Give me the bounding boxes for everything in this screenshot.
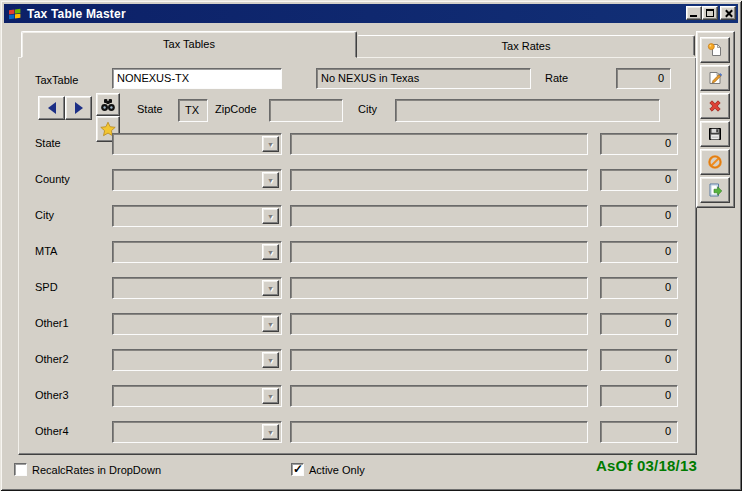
arrow-left-icon xyxy=(48,102,56,114)
row-description-field xyxy=(290,313,588,335)
row-description-field xyxy=(290,277,588,299)
row-label: SPD xyxy=(35,281,58,293)
delete-button[interactable] xyxy=(700,93,730,119)
taxtable-label: TaxTable xyxy=(35,74,78,86)
row-rate-field: 0 xyxy=(600,313,678,335)
recalc-rates-label: RecalcRates in DropDown xyxy=(32,464,161,476)
rate-field: 0 xyxy=(616,68,671,89)
row-description-field xyxy=(290,133,588,155)
window-title: Tax Table Master xyxy=(27,7,126,21)
row-label: County xyxy=(35,173,70,185)
state-input[interactable]: TX xyxy=(178,99,208,122)
row-label: State xyxy=(35,137,61,149)
row-description-field xyxy=(290,205,588,227)
row-rate-field: 0 xyxy=(600,241,678,263)
active-only-label: Active Only xyxy=(309,464,365,476)
row-description-field xyxy=(290,349,588,371)
row-dropdown[interactable] xyxy=(112,133,282,155)
active-only-checkbox[interactable] xyxy=(291,463,304,476)
row-description-field xyxy=(290,421,588,443)
row-dropdown[interactable] xyxy=(112,421,282,443)
maximize-button[interactable] xyxy=(702,6,718,20)
row-rate-field: 0 xyxy=(600,385,678,407)
chevron-down-icon[interactable] xyxy=(262,244,279,260)
city-input[interactable] xyxy=(395,99,660,122)
row-rate-field: 0 xyxy=(600,277,678,299)
chevron-down-icon[interactable] xyxy=(262,388,279,404)
title-bar[interactable]: Tax Table Master xyxy=(4,4,738,23)
row-label: Other4 xyxy=(35,425,69,437)
minimize-icon xyxy=(690,15,697,17)
row-dropdown[interactable] xyxy=(112,349,282,371)
save-button[interactable] xyxy=(700,121,730,147)
chevron-down-icon[interactable] xyxy=(262,424,279,440)
row-rate-field: 0 xyxy=(600,169,678,191)
taxtable-input[interactable]: NONEXUS-TX xyxy=(112,68,282,89)
row-label: Other3 xyxy=(35,389,69,401)
row-description-field xyxy=(290,385,588,407)
row-label: Other2 xyxy=(35,353,69,365)
cancel-button[interactable] xyxy=(700,149,730,175)
tab-tax-rates[interactable]: Tax Rates xyxy=(357,35,695,56)
exit-button[interactable] xyxy=(700,177,730,203)
row-label: City xyxy=(35,209,54,221)
row-label: Other1 xyxy=(35,317,69,329)
row-dropdown[interactable] xyxy=(112,241,282,263)
chevron-down-icon[interactable] xyxy=(262,280,279,296)
row-rate-field: 0 xyxy=(600,349,678,371)
row-dropdown[interactable] xyxy=(112,277,282,299)
row-description-field xyxy=(290,241,588,263)
row-rate-field: 0 xyxy=(600,133,678,155)
maximize-icon xyxy=(706,9,714,17)
tax-table-master-window: Tax Table Master Tax Tables Tax Rates Ta… xyxy=(0,0,742,491)
chevron-down-icon[interactable] xyxy=(262,136,279,152)
close-button[interactable] xyxy=(720,6,736,20)
next-record-button[interactable] xyxy=(65,96,92,120)
description-field: No NEXUS in Texas xyxy=(316,68,531,89)
row-dropdown[interactable] xyxy=(112,205,282,227)
edit-icon xyxy=(707,70,723,86)
row-rate-field: 0 xyxy=(600,421,678,443)
new-record-icon xyxy=(707,42,723,58)
rate-label: Rate xyxy=(545,72,568,84)
side-toolbar xyxy=(696,31,735,208)
row-dropdown[interactable] xyxy=(112,385,282,407)
recalc-rates-checkbox[interactable] xyxy=(14,463,27,476)
new-record-button[interactable] xyxy=(700,37,730,63)
row-dropdown[interactable] xyxy=(112,313,282,335)
chevron-down-icon[interactable] xyxy=(262,316,279,332)
prev-record-button[interactable] xyxy=(38,96,65,120)
exit-icon xyxy=(707,182,723,198)
find-button[interactable] xyxy=(96,93,120,116)
tab-tax-tables[interactable]: Tax Tables xyxy=(21,31,357,58)
asof-date: AsOf 03/18/13 xyxy=(480,457,697,474)
edit-button[interactable] xyxy=(700,65,730,91)
binoculars-icon xyxy=(100,97,116,113)
save-floppy-icon xyxy=(707,126,723,142)
chevron-down-icon[interactable] xyxy=(262,352,279,368)
zipcode-label: ZipCode xyxy=(215,103,257,115)
chevron-down-icon[interactable] xyxy=(262,208,279,224)
row-label: MTA xyxy=(35,245,57,257)
cancel-icon xyxy=(707,154,723,170)
row-dropdown[interactable] xyxy=(112,169,282,191)
row-description-field xyxy=(290,169,588,191)
city-label: City xyxy=(358,103,377,115)
app-flag-icon xyxy=(7,6,23,22)
row-rate-field: 0 xyxy=(600,205,678,227)
zipcode-input[interactable] xyxy=(269,99,343,122)
minimize-button[interactable] xyxy=(686,6,702,20)
arrow-right-icon xyxy=(75,102,83,114)
state-label: State xyxy=(137,103,163,115)
chevron-down-icon[interactable] xyxy=(262,172,279,188)
delete-x-icon xyxy=(707,98,723,114)
